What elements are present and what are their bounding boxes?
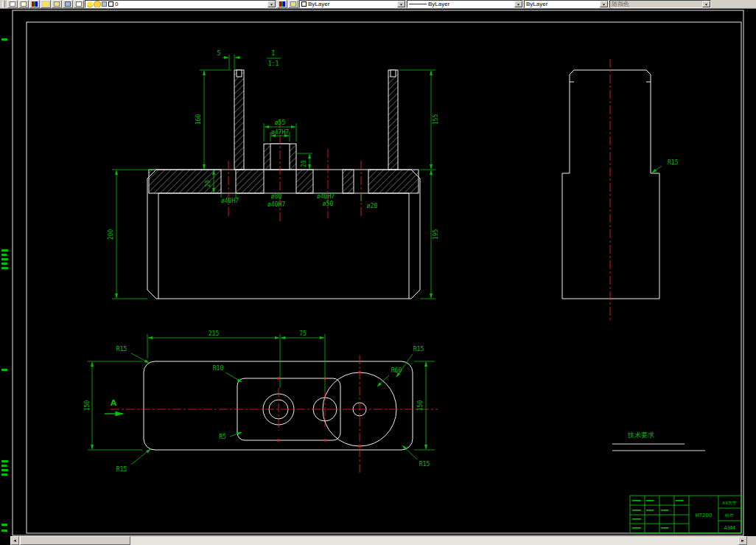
section-marker-a[interactable]: A — [111, 398, 117, 408]
title-block[interactable]: HT200 XX大学 组件 ASM — [630, 496, 741, 533]
plan-view[interactable]: 215 75 150 150 R15 R15 R10 R60 R5 R15 R1… — [84, 330, 438, 475]
dim-height-upper-right[interactable]: 155 — [433, 114, 439, 125]
chevron-down-icon[interactable]: ▼ — [397, 1, 405, 7]
plot-style-control-dropdown: 随颜色 ▼ — [609, 0, 711, 8]
scroll-right-icon[interactable]: ► — [738, 536, 747, 545]
layer-previous-icon[interactable] — [63, 0, 73, 8]
front-section-view[interactable]: 160 200 155 195 ø55 ø47H7 20 20 ø40H7 ø8… — [108, 50, 439, 299]
current-linetype-name: ByLayer — [428, 1, 513, 7]
dim-flange-depth[interactable]: 20 — [205, 180, 211, 187]
lineweight-control-dropdown[interactable]: ByLayer ▼ — [524, 0, 609, 8]
label-bore-right-lower[interactable]: ø50 — [323, 201, 334, 207]
tech-req-title[interactable]: 技术要求 — [627, 431, 654, 439]
label-fillet-bottom-right[interactable]: R15 — [419, 461, 430, 468]
linetype-control-dropdown[interactable]: ByLayer ▼ — [407, 0, 523, 8]
open-drawing-icon[interactable] — [18, 0, 29, 8]
current-color-name: ByLayer — [308, 1, 396, 7]
layer-control-dropdown[interactable]: 0 ▼ — [85, 0, 276, 8]
chevron-down-icon[interactable]: ▼ — [600, 1, 608, 7]
label-pocket-fillet[interactable]: R10 — [213, 365, 224, 372]
detail-scale[interactable]: 1:1 — [268, 60, 279, 67]
detail-label[interactable]: I — [272, 50, 276, 57]
dim-length-215[interactable]: 215 — [209, 330, 220, 337]
dim-height-upper-left[interactable]: 160 — [195, 114, 202, 125]
plan-view-centerlines[interactable] — [111, 355, 438, 475]
current-color-swatch — [301, 1, 307, 7]
title-block-drawing-code: ASM — [724, 525, 735, 531]
chevron-down-icon: ▼ — [702, 1, 710, 7]
drawing-canvas[interactable]: 160 200 155 195 ø55 ø47H7 20 20 ø40H7 ø8… — [0, 9, 756, 536]
title-block-organization: XX大学 — [722, 500, 737, 505]
label-bore-left[interactable]: ø40H7 — [221, 198, 239, 204]
color-control-dropdown[interactable]: ByLayer ▼ — [299, 0, 406, 8]
layer-visibility-icon[interactable] — [87, 1, 93, 7]
horizontal-scrollbar[interactable]: ◄ ► — [10, 536, 747, 545]
dim-boss-bore[interactable]: ø47H7 — [271, 129, 289, 136]
left-edge-marks — [1, 38, 8, 532]
current-layer-name: 0 — [115, 1, 266, 7]
dim-boss-outer[interactable]: ø55 — [275, 119, 286, 126]
label-fillet-top-right[interactable]: R15 — [413, 346, 424, 353]
current-lineweight-name: ByLayer — [526, 1, 598, 7]
scrollbar-corner — [0, 536, 10, 545]
label-boss-radius[interactable]: R60 — [391, 367, 402, 374]
dim-offset-75[interactable]: 75 — [299, 330, 307, 337]
layer-freeze-icon[interactable] — [94, 1, 100, 7]
side-view[interactable]: R15 — [562, 59, 679, 321]
current-plot-style-name: 随颜色 — [612, 1, 701, 7]
dim-height-lower-right[interactable]: 195 — [433, 229, 439, 240]
dim-width-right[interactable]: 150 — [417, 400, 424, 412]
label-fillet-r15[interactable]: R15 — [668, 159, 679, 166]
dim-height-lower-left[interactable]: 200 — [108, 229, 114, 240]
new-drawing-icon[interactable] — [7, 0, 18, 8]
dim-wall[interactable]: 5 — [217, 50, 221, 57]
label-bore-right-upper[interactable]: ø40H7 — [317, 193, 335, 200]
bottom-bar: ◄ ► — [0, 536, 756, 545]
layers-dialog-icon[interactable] — [29, 0, 40, 8]
label-fillet-bottom-left[interactable]: R15 — [116, 466, 127, 473]
resize-corner — [747, 536, 756, 545]
side-view-dimensions[interactable]: R15 — [652, 159, 679, 173]
object-properties-toolbar: 0 ▼ ByLayer ▼ ByLayer ▼ ByLayer ▼ 随颜色 ▼ — [0, 0, 756, 9]
color-dialog-icon[interactable] — [277, 0, 287, 8]
label-fillet-top-left[interactable]: R15 — [116, 346, 127, 353]
label-bore-far-right[interactable]: ø20 — [367, 203, 378, 209]
title-block-fine-print — [632, 500, 683, 529]
layer-states-icon[interactable] — [74, 0, 84, 8]
sheet-frame — [13, 10, 743, 535]
make-layer-current-icon[interactable] — [52, 0, 62, 8]
dim-width-left[interactable]: 150 — [84, 400, 91, 412]
title-block-part-name: 组件 — [724, 513, 734, 518]
technical-requirements[interactable]: 技术要求 — [612, 431, 705, 451]
scroll-left-icon[interactable]: ◄ — [10, 536, 19, 545]
toolbar-grip[interactable] — [2, 1, 5, 7]
layer-color-swatch — [108, 1, 113, 7]
linetype-dialog-icon[interactable] — [288, 0, 298, 8]
chevron-down-icon[interactable]: ▼ — [267, 1, 276, 7]
layer-lock-icon[interactable] — [102, 1, 107, 7]
label-bore-mid-lower[interactable]: ø40H7 — [267, 201, 285, 208]
scrollbar-thumb[interactable] — [20, 536, 130, 545]
title-block-material: HT200 — [696, 513, 713, 518]
plan-view-dimensions[interactable]: 215 75 150 150 R15 R15 R10 R60 R5 R15 R1… — [84, 330, 435, 473]
label-bore-mid-upper[interactable]: ø80 — [271, 193, 282, 200]
dim-boss-depth[interactable]: 20 — [301, 160, 307, 167]
chevron-down-icon[interactable]: ▼ — [514, 1, 522, 7]
label-pocket-fillet-small[interactable]: R5 — [219, 434, 226, 440]
model-space-viewport[interactable]: 160 200 155 195 ø55 ø47H7 20 20 ø40H7 ø8… — [0, 9, 756, 536]
linetype-sample-icon — [409, 4, 427, 4]
layer-on-off-icon[interactable] — [41, 0, 51, 8]
